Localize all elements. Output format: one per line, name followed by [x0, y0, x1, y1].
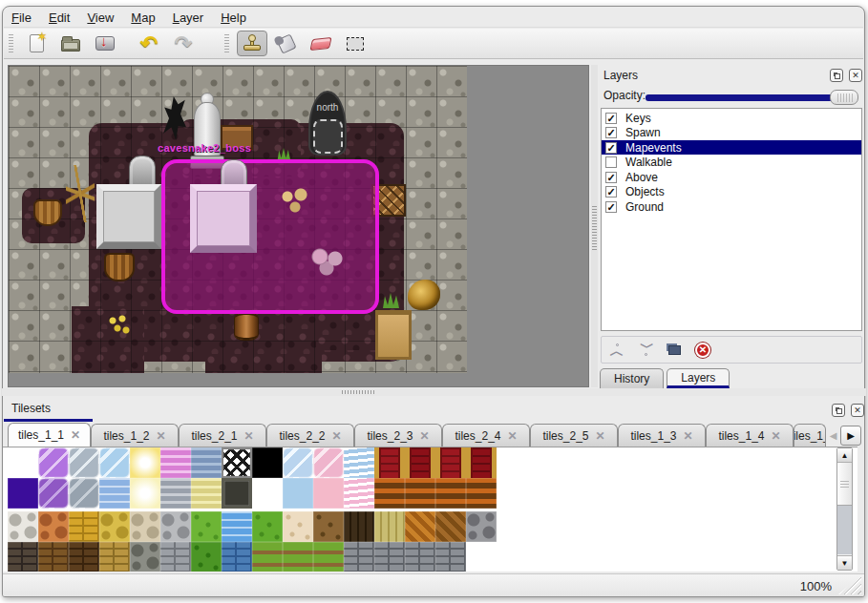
layer-row-mapevents[interactable]: ✓Mapevents: [602, 140, 861, 155]
menu-view[interactable]: View: [87, 10, 114, 25]
undo-button[interactable]: ↶: [134, 31, 164, 56]
tileset-tab-tiles_1_2[interactable]: tiles_1_2✕: [91, 424, 179, 447]
tileset-tile[interactable]: [38, 542, 69, 572]
tab-close-icon[interactable]: ✕: [71, 428, 80, 442]
tileset-tile[interactable]: [374, 542, 405, 572]
tileset-tile[interactable]: [8, 478, 38, 509]
tileset-tile[interactable]: [99, 478, 130, 509]
tileset-tile[interactable]: [405, 542, 435, 572]
tileset-tile[interactable]: [466, 511, 497, 542]
scroll-thumb[interactable]: [837, 463, 852, 506]
scroll-up-button[interactable]: ▲: [837, 448, 852, 463]
float-tilesets-button[interactable]: [832, 404, 845, 417]
tileset-tile[interactable]: [405, 447, 435, 478]
delete-layer-button[interactable]: ✕: [693, 341, 712, 360]
new-file-button[interactable]: ✶: [21, 31, 52, 56]
tileset-tile[interactable]: [69, 478, 99, 509]
tileset-tile[interactable]: [252, 511, 283, 542]
tileset-tile[interactable]: [191, 447, 222, 478]
layer-visibility-checkbox[interactable]: ✓: [605, 172, 617, 183]
tileset-tile[interactable]: [466, 447, 497, 478]
tileset-tile[interactable]: [130, 447, 160, 478]
tileset-tile[interactable]: [8, 511, 38, 542]
layer-visibility-checkbox[interactable]: ✓: [605, 186, 617, 198]
tileset-tile[interactable]: [8, 542, 38, 572]
tab-close-icon[interactable]: ✕: [595, 429, 604, 443]
layer-row-objects[interactable]: ✓Objects: [602, 185, 861, 199]
tileset-tile[interactable]: [466, 542, 497, 572]
layer-row-spawn[interactable]: ✓Spawn: [602, 126, 861, 140]
tab-close-icon[interactable]: ✕: [419, 429, 429, 443]
tab-close-icon[interactable]: ✕: [331, 429, 341, 443]
layer-visibility-checkbox[interactable]: ✓: [605, 201, 617, 213]
tileset-tile[interactable]: [38, 447, 69, 478]
tileset-tile[interactable]: [283, 447, 313, 478]
tab-close-icon[interactable]: ✕: [507, 429, 517, 443]
tileset-tile[interactable]: [435, 511, 466, 542]
lower-layer-button[interactable]: ︿: [636, 341, 655, 360]
selection-tool-button[interactable]: [340, 31, 370, 56]
layer-row-walkable[interactable]: Walkable: [602, 156, 861, 170]
map-canvas[interactable]: north cavesnake2_boss: [9, 66, 467, 373]
layer-visibility-checkbox[interactable]: ✓: [605, 142, 617, 154]
tileset-tile[interactable]: [160, 511, 191, 542]
layer-row-ground[interactable]: ✓Ground: [602, 199, 861, 214]
tileset-tile[interactable]: [466, 478, 497, 509]
resize-grip[interactable]: [838, 575, 861, 594]
tileset-tab-tiles_1_4[interactable]: tiles_1_4✕: [706, 424, 794, 447]
vertical-splitter[interactable]: [591, 65, 598, 387]
tileset-tile[interactable]: [435, 542, 466, 572]
tab-close-icon[interactable]: ✕: [771, 429, 780, 443]
close-tilesets-button[interactable]: ✕: [851, 404, 864, 417]
tileset-tab-tiles_1_1[interactable]: tiles_1_1✕: [8, 423, 91, 447]
tileset-tile[interactable]: [313, 447, 344, 478]
tileset-tile[interactable]: [130, 511, 160, 542]
tileset-tab-tiles_1_3[interactable]: tiles_1_3✕: [618, 424, 706, 447]
redo-button[interactable]: ↷: [168, 31, 199, 56]
tileset-tile[interactable]: [222, 447, 252, 478]
layer-row-keys[interactable]: ✓Keys: [602, 111, 861, 125]
tileset-tile[interactable]: [222, 542, 252, 572]
layer-visibility-checkbox[interactable]: ✓: [605, 113, 617, 124]
tileset-tile[interactable]: [344, 478, 374, 509]
tileset-tile[interactable]: [130, 542, 160, 572]
tileset-tile[interactable]: [160, 447, 191, 478]
layer-visibility-checkbox[interactable]: ✓: [605, 127, 617, 138]
tileset-tile[interactable]: [405, 511, 435, 542]
tileset-tile[interactable]: [344, 542, 374, 572]
tileset-tab-tiles_1_[interactable]: tiles_1_: [794, 424, 826, 447]
tab-history[interactable]: History: [600, 368, 664, 388]
tileset-tile[interactable]: [8, 447, 38, 478]
toolbar-drag-handle[interactable]: [224, 34, 229, 53]
tileset-tile[interactable]: [69, 511, 99, 542]
tileset-tile[interactable]: [374, 511, 405, 542]
tileset-tab-tiles_2_4[interactable]: tiles_2_4✕: [442, 424, 530, 447]
tab-close-icon[interactable]: ✕: [683, 429, 692, 443]
tileset-tile[interactable]: [313, 478, 344, 509]
tileset-tile[interactable]: [69, 542, 99, 572]
stamp-tool-button[interactable]: [237, 31, 267, 56]
tileset-tile[interactable]: [405, 478, 435, 509]
tileset-tab-tiles_2_2[interactable]: tiles_2_2✕: [266, 424, 354, 447]
tab-scroll-left-button[interactable]: ◀: [826, 426, 840, 446]
tileset-tile[interactable]: [344, 447, 374, 478]
tileset-tile[interactable]: [69, 447, 99, 478]
tileset-tile[interactable]: [191, 478, 222, 509]
tileset-tab-tiles_2_1[interactable]: tiles_2_1✕: [179, 424, 266, 447]
tileset-tile[interactable]: [38, 511, 69, 542]
tileset-tile[interactable]: [38, 478, 69, 509]
menu-help[interactable]: Help: [221, 10, 246, 25]
tileset-tile[interactable]: [99, 447, 130, 478]
tileset-tile[interactable]: [313, 542, 344, 572]
close-panel-button[interactable]: ✕: [849, 69, 862, 82]
tileset-tile[interactable]: [252, 478, 283, 509]
tileset-tile[interactable]: [222, 478, 252, 509]
scroll-down-button[interactable]: ▼: [837, 555, 852, 570]
tileset-tab-tiles_2_3[interactable]: tiles_2_3✕: [354, 424, 442, 447]
open-file-button[interactable]: [55, 31, 86, 56]
save-file-button[interactable]: ↓: [90, 31, 120, 56]
tileset-tile[interactable]: [313, 511, 344, 542]
tileset-tile[interactable]: [99, 511, 130, 542]
duplicate-layer-button[interactable]: [665, 341, 684, 360]
tileset-tile[interactable]: [160, 478, 191, 509]
